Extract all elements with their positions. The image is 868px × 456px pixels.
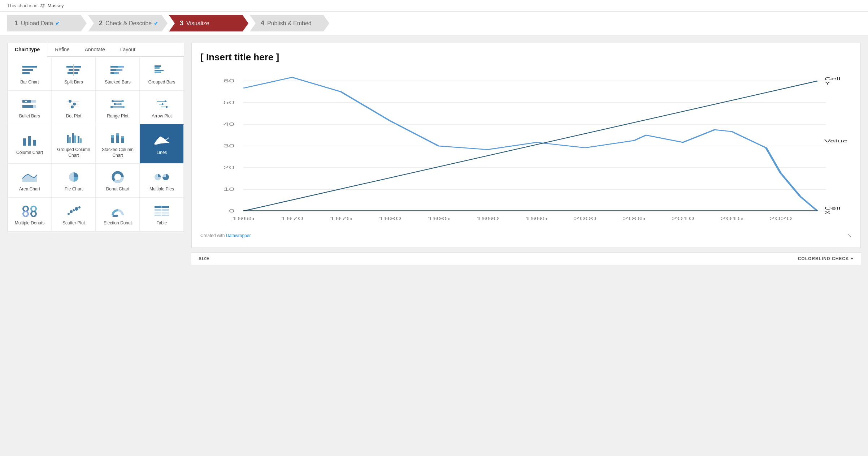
chart-type-pie-chart[interactable]: Pie Chart bbox=[52, 164, 96, 198]
svg-text:2005: 2005 bbox=[622, 216, 645, 221]
svg-text:1975: 1975 bbox=[330, 216, 352, 221]
chart-preview: [ Insert title here ] 0 10 20 30 bbox=[191, 43, 861, 248]
chart-type-stacked-bars[interactable]: Stacked Bars bbox=[96, 57, 140, 91]
tab-refine[interactable]: Refine bbox=[47, 43, 77, 56]
table-label: Table bbox=[157, 220, 167, 226]
svg-text:2015: 2015 bbox=[720, 216, 743, 221]
left-panel: Chart type Refine Annotate Layout Bar Ch… bbox=[7, 43, 184, 265]
svg-point-40 bbox=[114, 103, 116, 105]
svg-marker-50 bbox=[166, 106, 169, 108]
chart-type-split-bars[interactable]: Split Bars bbox=[52, 57, 96, 91]
top-bar: This chart is in Massey bbox=[0, 0, 868, 12]
chart-type-range-plot[interactable]: Range Plot bbox=[96, 91, 140, 125]
svg-text:X: X bbox=[824, 210, 830, 215]
chart-type-stacked-column-chart[interactable]: Stacked Column Chart bbox=[96, 124, 140, 164]
svg-rect-51 bbox=[23, 138, 26, 146]
svg-text:Y: Y bbox=[824, 81, 830, 85]
step-1[interactable]: 1 Upload Data ✔ bbox=[7, 15, 87, 31]
svg-text:1980: 1980 bbox=[378, 216, 401, 221]
chart-type-multiple-donuts[interactable]: Multiple Donuts bbox=[8, 198, 52, 232]
chart-type-grouped-bars[interactable]: Grouped Bars bbox=[140, 57, 184, 91]
election-donut-label: Election Donut bbox=[104, 220, 132, 226]
svg-text:10: 10 bbox=[223, 187, 235, 192]
svg-rect-24 bbox=[155, 72, 161, 73]
steps-bar: 1 Upload Data ✔ 2 Check & Describe ✔ 3 V… bbox=[0, 12, 868, 35]
svg-rect-15 bbox=[110, 69, 116, 71]
svg-rect-85 bbox=[155, 212, 161, 214]
step-4[interactable]: 4 Publish & Embed bbox=[250, 15, 329, 31]
svg-text:2010: 2010 bbox=[672, 216, 694, 221]
arrow-plot-label: Arrow Plot bbox=[152, 113, 172, 119]
svg-point-1 bbox=[43, 4, 44, 5]
svg-rect-22 bbox=[155, 67, 160, 69]
svg-point-70 bbox=[115, 175, 120, 180]
svg-point-76 bbox=[31, 211, 36, 216]
step-2-check: ✔ bbox=[154, 20, 159, 27]
chart-type-election-donut[interactable]: Election Donut bbox=[96, 198, 140, 232]
svg-rect-63 bbox=[116, 133, 119, 135]
svg-marker-48 bbox=[162, 103, 164, 105]
chart-type-table[interactable]: Table bbox=[140, 198, 184, 232]
svg-rect-4 bbox=[22, 72, 30, 74]
bottom-bar: SIZE COLORBLIND CHECK + bbox=[191, 252, 861, 265]
chart-type-scatter-plot[interactable]: Scatter Plot bbox=[52, 198, 96, 232]
svg-rect-54 bbox=[67, 135, 69, 143]
svg-rect-88 bbox=[162, 215, 169, 216]
chart-svg: 0 10 20 30 40 50 60 1965 1970 1975 1980 … bbox=[200, 70, 852, 229]
scatter-plot-label: Scatter Plot bbox=[62, 220, 85, 226]
bar-chart-icon bbox=[22, 64, 38, 77]
svg-point-73 bbox=[23, 206, 28, 211]
donut-chart-label: Donut Chart bbox=[106, 186, 130, 192]
svg-rect-59 bbox=[80, 138, 82, 143]
svg-rect-84 bbox=[162, 209, 169, 211]
svg-text:2000: 2000 bbox=[574, 216, 596, 221]
chart-type-lines[interactable]: Lines bbox=[140, 124, 184, 164]
chart-type-arrow-plot[interactable]: Arrow Plot bbox=[140, 91, 184, 125]
chart-type-grouped-column-chart[interactable]: Grouped Column Chart bbox=[52, 124, 96, 164]
step-2[interactable]: 2 Check & Describe ✔ bbox=[88, 15, 168, 31]
chart-type-column-chart[interactable]: Column Chart bbox=[8, 124, 52, 164]
step-3-label: Visualize bbox=[186, 20, 209, 27]
svg-point-75 bbox=[23, 211, 28, 216]
split-bars-icon bbox=[66, 64, 82, 77]
svg-point-33 bbox=[69, 100, 71, 103]
chart-type-area-chart[interactable]: Area Chart bbox=[8, 164, 52, 198]
svg-rect-20 bbox=[117, 72, 119, 74]
svg-rect-65 bbox=[121, 136, 124, 138]
chart-title: [ Insert title here ] bbox=[200, 52, 852, 63]
range-plot-icon bbox=[110, 98, 126, 111]
tab-annotate[interactable]: Annotate bbox=[77, 43, 113, 56]
resize-icon[interactable]: ⤡ bbox=[847, 232, 852, 239]
stacked-bars-icon bbox=[110, 64, 126, 77]
chart-type-donut-chart[interactable]: Donut Chart bbox=[96, 164, 140, 198]
svg-text:50: 50 bbox=[223, 100, 235, 105]
datawrapper-link[interactable]: Datawrapper bbox=[226, 233, 251, 238]
svg-text:1990: 1990 bbox=[476, 216, 499, 221]
range-plot-label: Range Plot bbox=[107, 113, 128, 119]
svg-text:60: 60 bbox=[223, 78, 235, 83]
chart-type-bar-chart[interactable]: Bar Chart bbox=[8, 57, 52, 91]
chart-type-bullet-bars[interactable]: Bullet Bars bbox=[8, 91, 52, 125]
size-label: SIZE bbox=[199, 256, 210, 261]
chart-type-dot-plot[interactable]: Dot Plot bbox=[52, 91, 96, 125]
step-3[interactable]: 3 Visualize bbox=[169, 15, 248, 31]
area-chart-label: Area Chart bbox=[19, 186, 40, 192]
svg-point-34 bbox=[73, 103, 76, 106]
step-1-check: ✔ bbox=[55, 20, 60, 27]
svg-point-74 bbox=[31, 206, 36, 211]
chart-type-multiple-pies[interactable]: Multiple Pies bbox=[140, 164, 184, 198]
chart-area: 0 10 20 30 40 50 60 1965 1970 1975 1980 … bbox=[200, 70, 852, 229]
svg-rect-9 bbox=[68, 72, 73, 74]
tab-layout[interactable]: Layout bbox=[113, 43, 143, 56]
svg-rect-29 bbox=[22, 105, 33, 108]
grouped-bars-icon bbox=[154, 64, 170, 77]
stacked-column-chart-label: Stacked Column Chart bbox=[99, 147, 136, 158]
colorblind-label[interactable]: COLORBLIND CHECK + bbox=[798, 256, 854, 261]
svg-rect-2 bbox=[22, 66, 37, 68]
svg-rect-19 bbox=[114, 72, 117, 74]
svg-text:20: 20 bbox=[223, 165, 235, 170]
svg-rect-6 bbox=[74, 66, 81, 68]
tab-chart-type[interactable]: Chart type bbox=[7, 43, 47, 57]
lines-icon bbox=[154, 134, 170, 147]
svg-rect-21 bbox=[155, 65, 161, 67]
